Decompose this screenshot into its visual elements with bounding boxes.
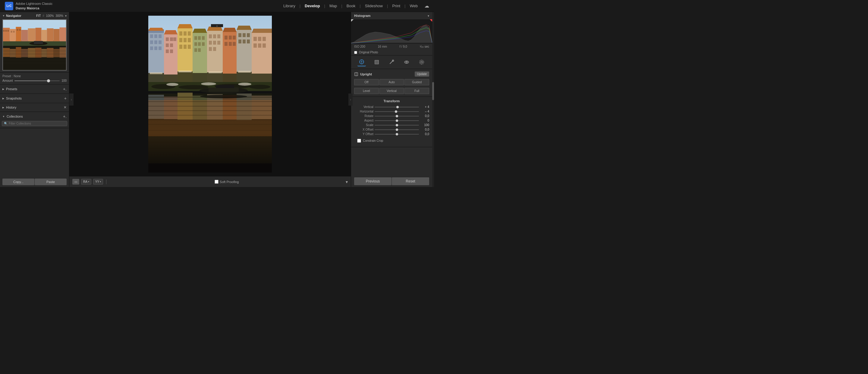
svg-rect-64 (166, 37, 169, 41)
history-header[interactable]: ▶ History ✕ (0, 103, 69, 112)
vertical-slider[interactable] (375, 107, 419, 107)
yoffset-slider[interactable] (375, 134, 419, 135)
zoom-fit[interactable]: FIT (36, 14, 41, 18)
snapshots-header[interactable]: ▶ Snapshots + (0, 94, 69, 103)
upright-guided-btn[interactable]: Guided (404, 79, 429, 85)
svg-rect-113 (262, 44, 266, 48)
left-panel-collapse[interactable]: ‹ (69, 93, 73, 106)
svg-point-171 (361, 61, 362, 62)
vertical-label: Vertical (354, 105, 373, 109)
soft-proofing-label[interactable]: Soft Proofing (215, 180, 239, 184)
upright-level-btn[interactable]: Level (354, 88, 379, 94)
navigator-header: ▼ Navigator FIT # 100% 300% ▾ (2, 14, 67, 18)
zoom-dropdown-icon[interactable]: ▾ (65, 14, 67, 18)
presets-collapse-icon: ▶ (2, 88, 4, 90)
top-panel-collapse[interactable]: ▲ (211, 24, 223, 27)
svg-marker-50 (223, 28, 237, 32)
toolbar-dropdown-icon[interactable]: ▾ (346, 179, 348, 184)
cloud-icon[interactable]: ☁ (424, 3, 429, 9)
upright-full-btn[interactable]: Full (404, 88, 429, 94)
upright-update-btn[interactable]: Update (415, 71, 429, 77)
masking-tool[interactable] (417, 58, 426, 66)
zoom-300[interactable]: 300% (56, 14, 63, 18)
zoom-100[interactable]: 100% (46, 14, 54, 18)
red-eye-tool[interactable] (402, 58, 411, 66)
svg-point-132 (201, 82, 216, 85)
histogram-dropdown-icon[interactable]: ▾ (428, 14, 429, 18)
bottom-buttons: Copy... Paste (0, 177, 69, 187)
vertical-value: + 4 (420, 105, 429, 109)
nav-book[interactable]: Book (345, 3, 358, 9)
transform-section: Transform Vertical + 4 Horizontal – 4 Ro… (351, 97, 432, 147)
upright-off-btn[interactable]: Off (354, 79, 379, 85)
svg-rect-78 (184, 45, 187, 49)
nav-slideshow[interactable]: Slideshow (363, 3, 384, 9)
transform-title: Transform (354, 99, 429, 103)
svg-rect-114 (148, 73, 164, 82)
previous-button[interactable]: Previous (354, 177, 392, 185)
original-photo-checkbox[interactable] (354, 51, 357, 54)
upright-icon (354, 72, 358, 76)
xoffset-thumb[interactable] (396, 128, 398, 131)
collections-label: Collections (7, 115, 23, 118)
svg-rect-96 (224, 36, 227, 39)
presets-section: ▶ Presets +. (0, 84, 69, 94)
horizontal-slider[interactable] (375, 111, 419, 112)
soft-proofing-checkbox[interactable] (215, 180, 218, 184)
amount-slider[interactable] (14, 81, 60, 81)
navigator-preview[interactable] (2, 19, 67, 70)
scale-thumb[interactable] (396, 124, 398, 126)
scrollbar-thumb[interactable] (432, 82, 434, 100)
vertical-thumb[interactable] (396, 106, 399, 108)
collections-header[interactable]: ▼ Collections +. (0, 112, 69, 121)
nav-map[interactable]: Map (328, 3, 339, 9)
nav-library[interactable]: Library (281, 3, 297, 9)
aspect-thumb[interactable] (396, 119, 398, 122)
histogram-canvas (351, 19, 432, 44)
exif-row: ISO 200 16 mm f / 9,0 ¹⁄₂₅ sec (351, 44, 432, 50)
nav-develop[interactable]: Develop (303, 3, 322, 9)
right-panel-collapse[interactable]: › (348, 93, 352, 106)
nav-print[interactable]: Print (390, 3, 402, 9)
rotate-slider[interactable] (375, 116, 419, 116)
ra-btn[interactable]: RA ▾ (81, 179, 91, 184)
histogram-chart (351, 19, 432, 44)
reset-button[interactable]: Reset (392, 177, 429, 185)
yy-btn[interactable]: YY ▾ (93, 179, 103, 184)
constrain-crop-checkbox[interactable] (357, 139, 361, 143)
upright-section: Upright Update Off Auto Guided Level Ver… (351, 69, 432, 97)
xoffset-slider[interactable] (375, 130, 419, 130)
collections-add-btn[interactable]: +. (63, 114, 67, 119)
svg-rect-84 (198, 42, 201, 46)
collections-expanded: 🔍 (0, 121, 69, 128)
snapshots-add-btn[interactable]: + (64, 96, 67, 101)
paste-button[interactable]: Paste (35, 178, 67, 185)
svg-rect-119 (223, 74, 237, 82)
svg-rect-73 (188, 31, 191, 36)
filter-input-wrap[interactable]: 🔍 (2, 121, 67, 126)
scale-slider[interactable] (375, 125, 419, 125)
amount-slider-thumb[interactable] (47, 79, 50, 82)
frame-tool-btn[interactable]: ▭ (72, 179, 79, 184)
copy-button[interactable]: Copy... (2, 178, 34, 185)
right-panel-scrollbar[interactable] (432, 12, 434, 187)
nav-web[interactable]: Web (408, 3, 420, 9)
history-section: ▶ History ✕ (0, 103, 69, 112)
upright-vertical-btn[interactable]: Vertical (379, 88, 404, 94)
crop-tool[interactable] (373, 58, 381, 66)
develop-presets-tool[interactable] (358, 58, 366, 66)
horizontal-value: – 4 (420, 110, 429, 113)
rotate-thumb[interactable] (396, 115, 398, 117)
heal-tool[interactable] (387, 58, 396, 66)
history-clear-btn[interactable]: ✕ (64, 105, 67, 110)
upright-auto-btn[interactable]: Auto (379, 79, 404, 85)
horizontal-thumb[interactable] (395, 110, 397, 113)
right-panel: Histogram ▾ (351, 12, 432, 187)
collections-filter-input[interactable] (9, 122, 65, 125)
snapshots-section: ▶ Snapshots + (0, 94, 69, 103)
aspect-slider[interactable] (375, 120, 419, 121)
yoffset-thumb[interactable] (396, 133, 398, 136)
presets-header[interactable]: ▶ Presets +. (0, 84, 69, 93)
presets-add-btn[interactable]: +. (63, 87, 67, 91)
image-area (69, 12, 351, 176)
